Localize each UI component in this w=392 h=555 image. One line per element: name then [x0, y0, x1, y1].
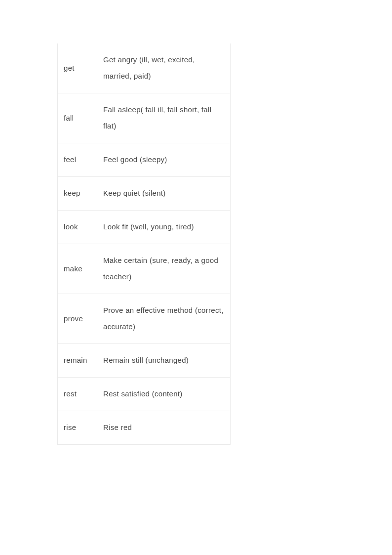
- verb-cell: make: [58, 244, 97, 294]
- verb-cell: rest: [58, 378, 97, 411]
- table-row: feel Feel good (sleepy): [58, 143, 231, 177]
- table-row: make Make certain (sure, ready, a good t…: [58, 244, 231, 294]
- verb-cell: get: [58, 43, 97, 93]
- table-row: fall Fall asleep( fall ill, fall short, …: [58, 93, 231, 143]
- example-cell: Feel good (sleepy): [97, 143, 231, 177]
- verb-cell: keep: [58, 177, 97, 211]
- verb-cell: look: [58, 211, 97, 244]
- verb-cell: feel: [58, 143, 97, 177]
- verb-examples-table: get Get angry (ill, wet, excited, marrie…: [57, 43, 231, 445]
- example-cell: Fall asleep( fall ill, fall short, fall …: [97, 93, 231, 143]
- example-cell: Look fit (well, young, tired): [97, 211, 231, 244]
- example-cell: Make certain (sure, ready, a good teache…: [97, 244, 231, 294]
- example-cell: Keep quiet (silent): [97, 177, 231, 211]
- example-cell: Rise red: [97, 411, 231, 445]
- verb-cell: remain: [58, 344, 97, 378]
- table-row: prove Prove an effective method (correct…: [58, 294, 231, 344]
- example-cell: Remain still (unchanged): [97, 344, 231, 378]
- table-row: get Get angry (ill, wet, excited, marrie…: [58, 43, 231, 93]
- table-row: rest Rest satisfied (content): [58, 378, 231, 411]
- verb-cell: fall: [58, 93, 97, 143]
- example-cell: Get angry (ill, wet, excited, married, p…: [97, 43, 231, 93]
- example-cell: Rest satisfied (content): [97, 378, 231, 411]
- example-cell: Prove an effective method (correct, accu…: [97, 294, 231, 344]
- table-row: rise Rise red: [58, 411, 231, 445]
- table-row: remain Remain still (unchanged): [58, 344, 231, 378]
- table-row: keep Keep quiet (silent): [58, 177, 231, 211]
- verb-cell: prove: [58, 294, 97, 344]
- document-page: get Get angry (ill, wet, excited, marrie…: [0, 0, 392, 445]
- verb-cell: rise: [58, 411, 97, 445]
- table-row: look Look fit (well, young, tired): [58, 211, 231, 244]
